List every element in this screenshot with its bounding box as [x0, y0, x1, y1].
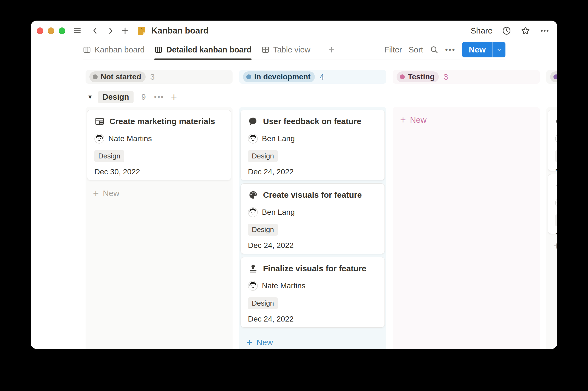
group-count: 9 [141, 93, 146, 102]
frame-icon [94, 116, 105, 127]
kanban-card[interactable]: Design Dec [548, 110, 557, 171]
tag-design: Design [248, 297, 278, 309]
group-row-design: ▼ Design 9 ••• + [86, 89, 177, 105]
avatar [248, 134, 258, 144]
more-options-icon[interactable] [540, 26, 550, 36]
view-toolbar: Kanban board Detailed kanban board Table… [83, 40, 505, 60]
new-button[interactable]: New [462, 42, 505, 57]
search-icon[interactable] [430, 45, 439, 54]
column-in-development: In development 4 User feedback on featur… [239, 60, 386, 349]
plus-icon: + [554, 241, 557, 251]
status-dot-icon [246, 74, 251, 79]
due-date: Dec 24, 2022 [248, 315, 377, 323]
target-icon [555, 116, 557, 127]
status-badge[interactable]: In development [243, 71, 315, 82]
add-view-icon[interactable]: + [329, 44, 335, 56]
back-icon[interactable] [91, 26, 99, 35]
close-window-button[interactable] [37, 27, 43, 34]
clock-icon[interactable] [502, 26, 511, 35]
kanban-card[interactable]: Create marketing materials Nate Martins … [87, 110, 231, 180]
dark-circle-icon [555, 180, 557, 191]
new-page-icon[interactable] [121, 26, 129, 35]
column-clipped: Design Dec [546, 60, 557, 349]
avatar [94, 134, 104, 144]
card-title: User feedback on feature [263, 117, 361, 126]
avatar [248, 207, 258, 217]
kanban-card[interactable]: Design Dec [548, 174, 557, 234]
assignee-name: Ben Lang [262, 134, 295, 143]
column-header: Testing 3 [393, 70, 540, 84]
card-title: Create marketing materials [109, 117, 215, 126]
kanban-card[interactable]: Create visuals for feature Ben Lang Desi… [241, 183, 385, 254]
avatar [248, 281, 258, 291]
status-badge[interactable]: Testing [397, 71, 439, 82]
kanban-card[interactable]: Finalize visuals for feature Nate Martin… [241, 257, 385, 328]
add-card-button[interactable]: + New [394, 113, 539, 127]
titlebar: Kanban board Share [31, 21, 557, 41]
menu-icon[interactable] [73, 26, 82, 35]
palette-icon [248, 190, 258, 200]
tab-detailed-kanban-board[interactable]: Detailed kanban board [154, 40, 251, 60]
zoom-window-button[interactable] [59, 27, 65, 34]
status-dot-icon [93, 74, 98, 79]
column-body: Create marketing materials Nate Martins … [86, 107, 233, 349]
tag-design: Design [94, 150, 124, 162]
share-button[interactable]: Share [471, 26, 493, 35]
add-card-button[interactable]: + New [86, 187, 232, 200]
column-header [546, 70, 557, 84]
collapse-triangle-icon[interactable]: ▼ [87, 94, 93, 100]
due-date: Dec 24, 2022 [248, 241, 377, 250]
column-header: In development 4 [239, 70, 386, 84]
column-count: 3 [443, 72, 448, 82]
sort-button[interactable]: Sort [409, 45, 423, 54]
due-date: Dec 24, 2022 [248, 167, 377, 176]
group-more-icon[interactable]: ••• [154, 93, 164, 101]
group-badge[interactable]: Design [98, 91, 134, 103]
view-more-icon[interactable]: ••• [445, 45, 456, 54]
tab-label: Table view [273, 45, 310, 54]
tag-design: Design [248, 224, 278, 236]
minimize-window-button[interactable] [48, 27, 54, 34]
column-body: + New [393, 107, 540, 349]
assignee-name: Ben Lang [262, 208, 295, 217]
column-body: Design Dec [546, 107, 557, 349]
speech-bubble-icon [248, 116, 258, 127]
tag-design: Design [555, 214, 557, 226]
board-view-icon [83, 46, 91, 54]
kanban-card[interactable]: User feedback on feature Ben Lang Design… [241, 110, 385, 180]
view-tabs: Kanban board Detailed kanban board Table… [83, 40, 335, 60]
avatar [555, 134, 557, 144]
column-header: Not started 3 [86, 70, 233, 84]
stamp-icon [248, 263, 258, 274]
favorite-star-icon[interactable] [521, 26, 530, 36]
tab-label: Detailed kanban board [166, 45, 251, 54]
column-body: User feedback on feature Ben Lang Design… [239, 107, 386, 349]
column-count: 4 [320, 72, 324, 82]
due-date: Dec [555, 232, 557, 234]
column-testing: Testing 3 + New [393, 60, 540, 349]
note-icon [137, 26, 146, 36]
assignee-name: Nate Martins [262, 281, 306, 290]
tag-design: Design [248, 150, 278, 162]
due-date: Dec [555, 167, 557, 171]
card-title: Create visuals for feature [263, 190, 362, 200]
plus-icon: + [93, 188, 99, 198]
status-dot-icon [553, 74, 557, 79]
forward-icon[interactable] [106, 26, 115, 35]
status-badge[interactable]: Not started [89, 71, 146, 82]
group-add-icon[interactable]: + [171, 92, 177, 102]
tab-kanban-board[interactable]: Kanban board [83, 40, 145, 60]
tab-table-view[interactable]: Table view [261, 40, 310, 60]
view-controls: Filter Sort ••• New [384, 42, 505, 57]
new-button-label[interactable]: New [462, 42, 492, 57]
status-dot-icon [400, 74, 405, 79]
card-title: Finalize visuals for feature [263, 264, 366, 273]
tag-design: Design [555, 150, 557, 162]
new-dropdown-button[interactable] [492, 42, 505, 57]
status-badge[interactable] [550, 71, 557, 82]
add-card-button[interactable]: + New [240, 336, 385, 349]
add-card-button[interactable]: + [547, 239, 557, 253]
app-window: Kanban board Share Kanban board [31, 21, 557, 349]
filter-button[interactable]: Filter [384, 45, 402, 54]
assignee-name: Nate Martins [108, 134, 152, 143]
